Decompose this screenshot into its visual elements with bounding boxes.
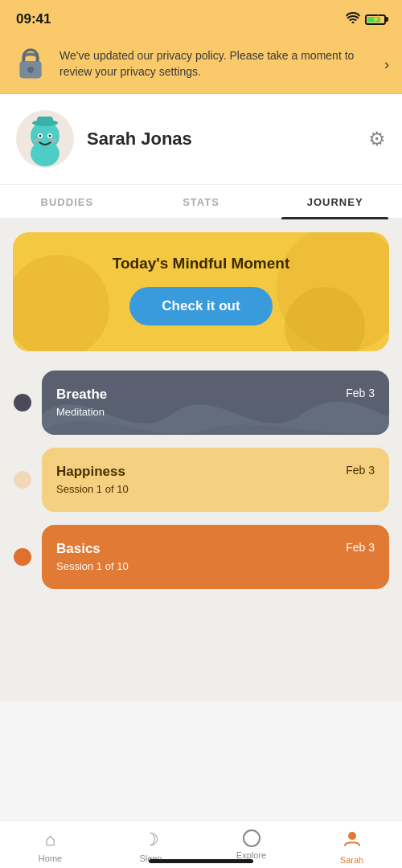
- mindful-moment-card: Today's Mindful Moment Check it out: [13, 232, 389, 351]
- explore-icon: [243, 829, 260, 847]
- gear-icon[interactable]: ⚙: [368, 128, 386, 150]
- happiness-subtitle: Session 1 of 10: [56, 483, 129, 495]
- breathe-card-info: Breathe Meditation: [56, 387, 107, 418]
- journey-dot-col: [13, 471, 32, 489]
- tab-journey[interactable]: JOURNEY: [268, 185, 402, 218]
- lock-icon: [13, 47, 48, 82]
- tab-stats[interactable]: STATS: [134, 185, 269, 218]
- avatar: [16, 110, 74, 168]
- profile-section: Sarah Jonas ⚙: [0, 94, 402, 185]
- happiness-date: Feb 3: [346, 464, 375, 477]
- wifi-icon: [346, 12, 360, 27]
- happiness-card-info: Happiness Session 1 of 10: [56, 464, 129, 495]
- basics-card-info: Basics Session 1 of 10: [56, 541, 129, 572]
- svg-point-11: [49, 135, 51, 137]
- journey-card-basics[interactable]: Basics Session 1 of 10 Feb 3: [42, 525, 389, 589]
- breathe-subtitle: Meditation: [56, 406, 107, 418]
- journey-card-happiness[interactable]: Happiness Session 1 of 10 Feb 3: [42, 448, 389, 512]
- privacy-text: We've updated our privacy policy. Please…: [59, 48, 373, 80]
- home-icon: ⌂: [45, 829, 55, 850]
- journey-dot-col: [13, 548, 32, 566]
- journey-dot-col: [13, 394, 32, 411]
- journey-item-basics[interactable]: Basics Session 1 of 10 Feb 3: [13, 525, 389, 589]
- tab-buddies[interactable]: BUDDIES: [0, 185, 134, 218]
- nav-home[interactable]: ⌂ Home: [0, 829, 100, 865]
- svg-rect-3: [29, 70, 32, 74]
- happiness-title: Happiness: [56, 464, 129, 480]
- privacy-chevron: ›: [384, 56, 389, 73]
- status-icons: ⚡: [346, 12, 386, 27]
- journey-item-happiness[interactable]: Happiness Session 1 of 10 Feb 3: [13, 448, 389, 512]
- svg-rect-7: [37, 117, 53, 125]
- nav-sarah[interactable]: Sarah: [302, 829, 402, 865]
- nav-home-label: Home: [39, 854, 62, 863]
- breathe-title: Breathe: [56, 387, 107, 403]
- status-bar: 09:41 ⚡: [0, 0, 402, 35]
- svg-point-12: [34, 139, 40, 143]
- journey-item-breathe[interactable]: Breathe Meditation Feb 3: [13, 371, 389, 435]
- breathe-date: Feb 3: [346, 387, 375, 399]
- main-content: Today's Mindful Moment Check it out Brea…: [0, 219, 402, 702]
- profile-icon: [343, 829, 361, 852]
- journey-dot-happiness: [14, 471, 31, 489]
- basics-title: Basics: [56, 541, 129, 557]
- tabs: BUDDIES STATS JOURNEY: [0, 185, 402, 219]
- check-it-out-button[interactable]: Check it out: [129, 287, 272, 326]
- privacy-banner[interactable]: We've updated our privacy policy. Please…: [0, 35, 402, 94]
- mindful-moment-title: Today's Mindful Moment: [32, 255, 370, 272]
- journey-list: Breathe Meditation Feb 3 Happiness Sessi…: [13, 371, 389, 602]
- sleep-icon: ☽: [143, 829, 159, 850]
- journey-card-breathe[interactable]: Breathe Meditation Feb 3: [42, 371, 389, 435]
- svg-point-14: [348, 832, 356, 840]
- nav-sarah-label: Sarah: [340, 855, 363, 865]
- basics-subtitle: Session 1 of 10: [56, 560, 129, 572]
- svg-point-13: [50, 139, 56, 143]
- basics-date: Feb 3: [346, 541, 375, 554]
- journey-dot-basics: [14, 548, 31, 566]
- profile-name: Sarah Jonas: [87, 129, 355, 149]
- svg-point-10: [39, 135, 42, 137]
- status-time: 09:41: [16, 11, 51, 27]
- journey-dot-breathe: [14, 394, 31, 411]
- home-indicator: [149, 859, 253, 863]
- battery-icon: ⚡: [365, 14, 386, 25]
